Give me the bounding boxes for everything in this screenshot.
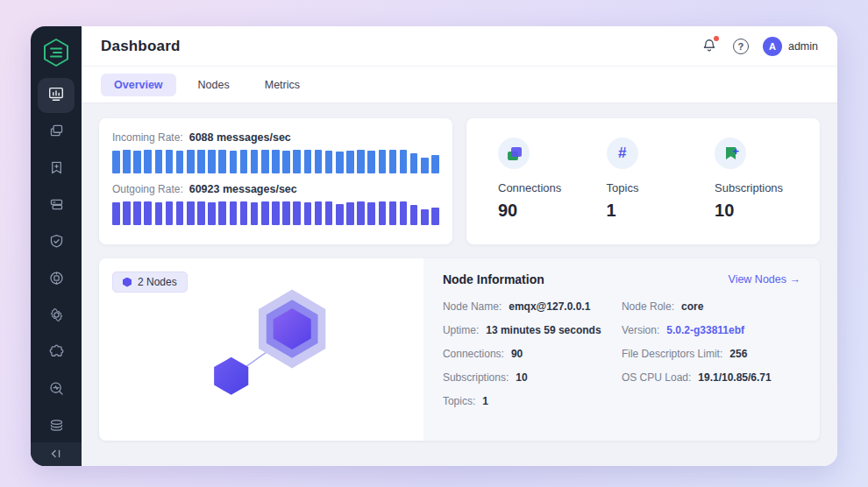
sidebar-item-authentication[interactable]: [38, 152, 75, 187]
user-menu[interactable]: A admin: [763, 37, 818, 56]
avatar: A: [763, 37, 782, 56]
layers-icon: [48, 417, 65, 437]
emqx-logo-icon: [41, 37, 71, 68]
bookmark-plus-icon: [48, 159, 65, 180]
help-button[interactable]: ?: [733, 39, 749, 54]
node-information-section: Node Information View Nodes → Node Name:…: [423, 258, 820, 441]
node-name-row: Node Name: emqx@127.0.0.1: [443, 300, 622, 313]
uptime-row: Uptime: 13 minutes 59 seconds: [443, 324, 622, 336]
collapse-sidebar-icon: [49, 447, 63, 464]
os-cpu-load-row: OS CPU Load: 19.1/10.85/6.71: [622, 371, 800, 384]
sidebar-collapse-button[interactable]: [31, 442, 82, 466]
outgoing-rate-chart: [112, 201, 439, 225]
sidebar-item-access-control[interactable]: [38, 225, 75, 260]
version-link[interactable]: 5.0.2-g33811ebf: [666, 324, 744, 336]
outgoing-rate-label: Outgoing Rate:: [112, 183, 183, 195]
incoming-rate-value: 6088 messages/sec: [189, 131, 291, 144]
sidebar: [31, 26, 82, 466]
stat-value: 90: [498, 201, 589, 221]
node-graph-section: 2 Nodes: [99, 258, 423, 441]
stat-connections: Connections 90: [480, 138, 589, 225]
subscriptions-row: Subscriptions: 10: [443, 371, 622, 384]
notification-dot: [714, 36, 719, 41]
content: Incoming Rate: 6088 messages/sec Outgoin…: [82, 103, 837, 466]
incoming-rate-label: Incoming Rate:: [112, 131, 183, 144]
tab-metrics[interactable]: Metrics: [252, 74, 313, 96]
topics-icon: #: [607, 138, 638, 169]
outgoing-rate-value: 60923 messages/sec: [189, 183, 297, 195]
tab-bar: Overview Nodes Metrics: [82, 67, 837, 103]
connections-row: Connections: 90: [443, 348, 622, 360]
gear-icon: [48, 307, 65, 327]
stats-card: Connections 90 # Topics 1 +: [466, 118, 820, 244]
stat-value: 1: [607, 201, 698, 221]
connections-icon: [498, 138, 530, 169]
nodes-count-label: 2 Nodes: [138, 276, 177, 288]
sidebar-item-connections[interactable]: [38, 115, 75, 150]
sidebar-item-modules[interactable]: [38, 409, 75, 444]
stat-label: Connections: [498, 181, 589, 194]
tab-overview[interactable]: Overview: [101, 74, 176, 96]
node-role-row: Node Role: core: [622, 300, 800, 313]
sync-circle-icon: [48, 270, 65, 290]
tab-nodes[interactable]: Nodes: [185, 74, 243, 96]
dashboard-icon: [47, 85, 65, 106]
puzzle-icon: [48, 343, 65, 363]
node-info-title: Node Information: [443, 272, 544, 286]
topics-row: Topics: 1: [443, 395, 622, 407]
incoming-rate-chart: [112, 150, 439, 173]
stat-value: 10: [715, 201, 806, 221]
arrow-right-icon: →: [790, 273, 801, 286]
username: admin: [788, 40, 818, 53]
question-mark-icon: ?: [738, 41, 744, 52]
version-row: Version: 5.0.2-g33811ebf: [622, 324, 800, 336]
page-title: Dashboard: [101, 38, 181, 55]
file-descriptors-row: File Descriptors Limit: 256: [622, 348, 800, 360]
shield-check-icon: [48, 233, 65, 253]
sidebar-item-plugins[interactable]: [38, 335, 75, 371]
hexagon-dot-icon: [123, 278, 132, 287]
stat-label: Subscriptions: [715, 181, 806, 194]
nodes-count-badge[interactable]: 2 Nodes: [112, 272, 188, 293]
subscriptions-icon: +: [715, 138, 746, 169]
sidebar-item-diagnose[interactable]: [38, 372, 75, 407]
sidebar-item-dashboard[interactable]: [38, 78, 75, 113]
top-bar: Dashboard ? A admin: [82, 26, 837, 67]
view-nodes-link[interactable]: View Nodes →: [729, 273, 800, 286]
sidebar-item-rule-engine[interactable]: [38, 262, 75, 297]
database-icon: [48, 196, 65, 216]
notifications-button[interactable]: [701, 38, 719, 55]
sidebar-item-data[interactable]: [38, 188, 75, 223]
main-area: Dashboard ? A admin: [82, 26, 837, 466]
stat-topics: # Topics 1: [589, 138, 698, 225]
search-pulse-icon: [48, 380, 65, 400]
overlap-windows-icon: [48, 123, 65, 143]
stat-label: Topics: [607, 181, 698, 194]
bell-icon: [701, 41, 717, 56]
app-window: Dashboard ? A admin: [31, 26, 837, 466]
stat-subscriptions: + Subscriptions 10: [697, 138, 806, 225]
cluster-card: 2 Nodes: [99, 258, 820, 441]
sidebar-item-management[interactable]: [38, 299, 75, 334]
message-rate-card: Incoming Rate: 6088 messages/sec Outgoin…: [99, 118, 452, 244]
